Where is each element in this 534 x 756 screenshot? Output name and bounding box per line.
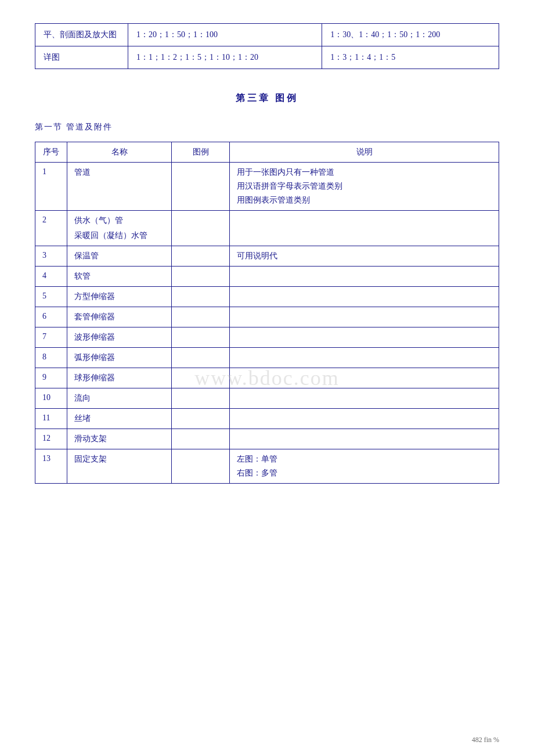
cell-icon bbox=[172, 287, 230, 307]
cell-icon bbox=[172, 267, 230, 287]
cell-no: 5 bbox=[35, 287, 67, 307]
cell-desc bbox=[230, 429, 499, 449]
cell-desc: 左图：单管右图：多管 bbox=[230, 449, 499, 484]
table-row: 2供水（气）管采暖回（凝结）水管 bbox=[35, 211, 499, 246]
table-cell: 1：20；1：50；1：100 bbox=[128, 24, 322, 46]
cell-name: 方型伸缩器 bbox=[67, 287, 172, 307]
table-row: 9球形伸缩器 bbox=[35, 368, 499, 388]
cell-desc bbox=[230, 348, 499, 368]
table-row: 平、剖面图及放大图1：20；1：50；1：1001：30、1：40；1：50；1… bbox=[35, 24, 499, 46]
cell-name: 丝堵 bbox=[67, 409, 172, 429]
cell-icon bbox=[172, 449, 230, 484]
table-row: 详图1：1；1：2；1：5；1：10；1：201：3；1：4；1：5 bbox=[35, 46, 499, 69]
cell-icon bbox=[172, 348, 230, 368]
cell-no: 12 bbox=[35, 429, 67, 449]
cell-desc: 用于一张图内只有一种管道用汉语拼音字母表示管道类别用图例表示管道类别 bbox=[230, 163, 499, 211]
header-no: 序号 bbox=[35, 142, 67, 163]
chapter-title: 第三章 图例 bbox=[35, 92, 499, 105]
cell-desc: 可用说明代 bbox=[230, 246, 499, 267]
cell-desc bbox=[230, 409, 499, 429]
cell-name: 波形伸缩器 bbox=[67, 327, 172, 348]
cell-no: 7 bbox=[35, 327, 67, 348]
cell-name: 弧形伸缩器 bbox=[67, 348, 172, 368]
table-row: 12滑动支架 bbox=[35, 429, 499, 449]
page-footer: 482 fin % bbox=[472, 736, 499, 744]
main-table: 序号 名称 图例 说明 1管道用于一张图内只有一种管道用汉语拼音字母表示管道类别… bbox=[35, 142, 499, 484]
cell-icon bbox=[172, 307, 230, 327]
scale-table: 平、剖面图及放大图1：20；1：50；1：1001：30、1：40；1：50；1… bbox=[35, 23, 499, 69]
table-row: 8弧形伸缩器 bbox=[35, 348, 499, 368]
table-row: 1管道用于一张图内只有一种管道用汉语拼音字母表示管道类别用图例表示管道类别 bbox=[35, 163, 499, 211]
table-cell: 平、剖面图及放大图 bbox=[35, 24, 128, 46]
table-row: 5方型伸缩器 bbox=[35, 287, 499, 307]
cell-no: 10 bbox=[35, 388, 67, 409]
cell-no: 3 bbox=[35, 246, 67, 267]
table-header-row: 序号 名称 图例 说明 bbox=[35, 142, 499, 163]
table-row: 11丝堵 bbox=[35, 409, 499, 429]
cell-name: 流向 bbox=[67, 388, 172, 409]
cell-desc bbox=[230, 388, 499, 409]
cell-icon bbox=[172, 388, 230, 409]
cell-desc bbox=[230, 327, 499, 348]
cell-name: 软管 bbox=[67, 267, 172, 287]
cell-no: 9 bbox=[35, 368, 67, 388]
cell-icon bbox=[172, 429, 230, 449]
header-icon: 图例 bbox=[172, 142, 230, 163]
cell-name: 球形伸缩器 bbox=[67, 368, 172, 388]
table-cell: 1：30、1：40；1：50；1：200 bbox=[322, 24, 499, 46]
cell-icon bbox=[172, 409, 230, 429]
cell-name: 供水（气）管采暖回（凝结）水管 bbox=[67, 211, 172, 246]
cell-name: 保温管 bbox=[67, 246, 172, 267]
header-name: 名称 bbox=[67, 142, 172, 163]
cell-icon bbox=[172, 327, 230, 348]
cell-no: 8 bbox=[35, 348, 67, 368]
cell-desc bbox=[230, 211, 499, 246]
table-cell: 1：3；1：4；1：5 bbox=[322, 46, 499, 69]
cell-desc bbox=[230, 287, 499, 307]
table-row: 3保温管可用说明代 bbox=[35, 246, 499, 267]
section-title: 第一节 管道及附件 bbox=[35, 122, 499, 132]
cell-icon bbox=[172, 246, 230, 267]
cell-desc bbox=[230, 267, 499, 287]
cell-desc bbox=[230, 307, 499, 327]
cell-no: 4 bbox=[35, 267, 67, 287]
cell-name: 管道 bbox=[67, 163, 172, 211]
cell-name: 固定支架 bbox=[67, 449, 172, 484]
table-row: 4软管 bbox=[35, 267, 499, 287]
table-cell: 1：1；1：2；1：5；1：10；1：20 bbox=[128, 46, 322, 69]
cell-desc bbox=[230, 368, 499, 388]
table-row: 10流向 bbox=[35, 388, 499, 409]
table-row: 6套管伸缩器 bbox=[35, 307, 499, 327]
cell-no: 1 bbox=[35, 163, 67, 211]
table-row: 7波形伸缩器 bbox=[35, 327, 499, 348]
cell-no: 13 bbox=[35, 449, 67, 484]
table-row: 13固定支架左图：单管右图：多管 bbox=[35, 449, 499, 484]
cell-icon bbox=[172, 163, 230, 211]
cell-name: 滑动支架 bbox=[67, 429, 172, 449]
table-cell: 详图 bbox=[35, 46, 128, 69]
cell-icon bbox=[172, 211, 230, 246]
header-desc: 说明 bbox=[230, 142, 499, 163]
cell-no: 2 bbox=[35, 211, 67, 246]
cell-no: 6 bbox=[35, 307, 67, 327]
cell-no: 11 bbox=[35, 409, 67, 429]
cell-name: 套管伸缩器 bbox=[67, 307, 172, 327]
cell-icon bbox=[172, 368, 230, 388]
